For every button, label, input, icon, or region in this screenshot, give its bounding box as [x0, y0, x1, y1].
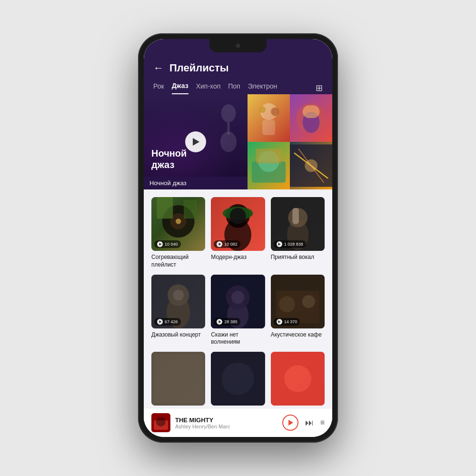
playlist-item-3[interactable]: 1 028 838 Приятный вокал — [271, 197, 325, 269]
play-count-icon-3 — [277, 241, 282, 247]
svg-point-5 — [259, 106, 266, 113]
playlist-item-5[interactable]: 28 385 Скажи нет волнениям — [211, 275, 265, 347]
play-count-icon-5 — [217, 319, 222, 325]
playlist-item-2[interactable]: 10 082 Модерн-джаз — [211, 197, 265, 269]
partial-thumb-8[interactable] — [211, 352, 265, 406]
play-count-1: 10 040 — [154, 240, 181, 248]
play-count-text-6: 14 370 — [284, 319, 298, 324]
playlist-name-6: Акустическое кафе — [271, 331, 325, 339]
player-next-button[interactable]: ⏭ — [305, 418, 314, 428]
svg-rect-43 — [154, 355, 203, 403]
svg-rect-12 — [256, 149, 281, 163]
play-count-6: 14 370 — [274, 318, 300, 326]
player-play-button[interactable] — [282, 415, 298, 431]
content-area: 10 040 Согревающий плейлист — [144, 189, 332, 408]
player-controls: ⏭ ≡ — [282, 415, 325, 431]
play-count-3: 1 028 838 — [274, 240, 306, 248]
play-count-text-2: 10 082 — [224, 242, 238, 247]
player-artist: Ashley Henry/Ben Marc — [175, 424, 278, 429]
play-count-2: 10 082 — [214, 240, 240, 248]
svg-point-0 — [221, 104, 236, 122]
svg-point-37 — [231, 291, 244, 304]
violin-icon — [214, 99, 243, 156]
playlist-item-6[interactable]: 14 370 Акустическое кафе — [271, 275, 325, 347]
svg-point-2 — [220, 132, 237, 152]
featured-banner: Ночнойджаз Ночной джаз — [144, 94, 332, 189]
featured-title: Ночнойджаз — [151, 148, 187, 170]
phone-frame: ← Плейлисты Рок Джаз Хип-хоп Поп Электро… — [138, 33, 338, 443]
svg-rect-21 — [184, 200, 197, 219]
svg-point-19 — [176, 218, 181, 224]
playlist-name-1: Согревающий плейлист — [151, 254, 205, 268]
playlist-item-4[interactable]: 67 426 Джазовый концерт — [151, 275, 205, 347]
playlist-item-1[interactable]: 10 040 Согревающий плейлист — [151, 197, 205, 269]
notch — [209, 39, 267, 52]
featured-play-button[interactable] — [185, 131, 206, 152]
playlist-name-3: Приятный вокал — [271, 254, 325, 261]
playlist-thumb-1: 10 040 — [151, 197, 205, 251]
thumb-cell-1[interactable] — [248, 94, 290, 142]
playlist-name-2: Модерн-джаз — [211, 254, 265, 261]
player-queue-button[interactable]: ≡ — [320, 418, 325, 427]
genre-tab-hiphop[interactable]: Хип-хоп — [196, 82, 221, 94]
partial-thumb-9[interactable] — [271, 352, 325, 406]
play-count-4: 67 426 — [154, 318, 181, 326]
play-icon — [193, 138, 199, 146]
playlist-name-5: Скажи нет волнениям — [211, 331, 265, 346]
play-count-text-1: 10 040 — [165, 242, 178, 247]
header-row: ← Плейлисты — [144, 56, 332, 78]
svg-rect-29 — [292, 208, 299, 224]
thumb-cell-4[interactable] — [290, 142, 332, 189]
genre-tabs: Рок Джаз Хип-хоп Поп Электрон ⊞ — [144, 78, 332, 94]
svg-point-25 — [230, 208, 246, 224]
svg-rect-4 — [262, 120, 275, 135]
player-thumbnail — [151, 413, 170, 432]
camera — [236, 44, 240, 48]
play-count-5: 28 385 — [214, 318, 240, 326]
partial-thumb-7[interactable] — [151, 352, 205, 406]
player-play-icon — [288, 420, 293, 426]
grid-view-icon[interactable]: ⊞ — [316, 83, 323, 93]
bottom-player: THE MIGHTY Ashley Henry/Ben Marc ⏭ ≡ — [144, 408, 332, 437]
playlist-name-4: Джазовый концерт — [151, 331, 205, 339]
play-count-text-3: 1 028 838 — [284, 242, 303, 247]
skip-next-icon: ⏭ — [305, 418, 314, 428]
play-count-icon-6 — [277, 319, 282, 325]
play-count-text-4: 67 426 — [165, 319, 178, 324]
playlist-thumb-2: 10 082 — [211, 197, 265, 251]
svg-point-41 — [302, 295, 315, 308]
player-title: THE MIGHTY — [175, 416, 278, 424]
playlist-thumb-5: 28 385 — [211, 275, 265, 328]
svg-point-6 — [271, 108, 279, 116]
partial-playlist-row — [151, 352, 325, 406]
queue-icon: ≡ — [320, 418, 325, 427]
featured-thumbnails — [248, 94, 332, 189]
genre-tab-rok[interactable]: Рок — [153, 82, 164, 94]
play-count-icon-2 — [217, 241, 222, 247]
svg-point-40 — [279, 296, 295, 312]
playlist-thumb-6: 14 370 — [271, 275, 325, 328]
genre-tab-jazz[interactable]: Джаз — [172, 82, 188, 94]
playlist-thumb-3: 1 028 838 — [271, 197, 325, 251]
playlist-thumb-4: 67 426 — [151, 275, 205, 328]
thumb-cell-3[interactable] — [248, 142, 290, 189]
play-count-icon-4 — [157, 319, 163, 325]
svg-rect-20 — [157, 197, 173, 218]
genre-tab-electro[interactable]: Электрон — [248, 82, 278, 94]
genre-tab-pop[interactable]: Поп — [228, 82, 240, 94]
featured-main-playlist[interactable]: Ночнойджаз Ночной джаз — [144, 94, 248, 189]
svg-point-16 — [305, 159, 317, 172]
featured-label: Ночной джаз — [144, 177, 248, 189]
app-screen: ← Плейлисты Рок Джаз Хип-хоп Поп Электро… — [144, 39, 332, 437]
play-count-icon-1 — [157, 241, 163, 247]
svg-point-47 — [284, 365, 311, 392]
back-button[interactable]: ← — [153, 62, 164, 74]
play-count-text-5: 28 385 — [224, 319, 238, 324]
playlist-grid: 10 040 Согревающий плейлист — [151, 197, 325, 346]
svg-point-33 — [173, 289, 184, 300]
thumb-cell-2[interactable] — [290, 94, 332, 142]
svg-rect-9 — [303, 105, 320, 118]
player-info: THE MIGHTY Ashley Henry/Ben Marc — [175, 416, 278, 429]
page-title: Плейлисты — [169, 62, 229, 74]
svg-point-45 — [222, 363, 254, 395]
